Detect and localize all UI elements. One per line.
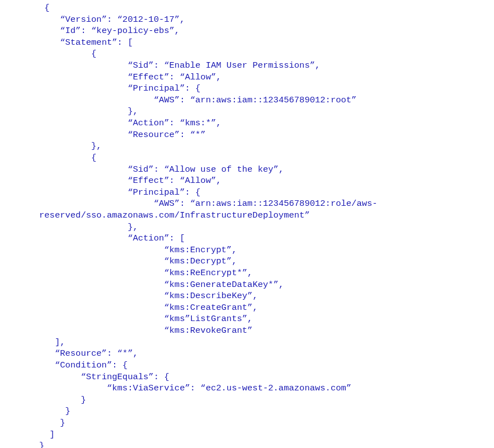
code-line: “kms”ListGrants”, (39, 314, 252, 324)
code-line: } (39, 441, 44, 448)
code-line: } (39, 395, 86, 405)
code-line: “kms:ReEncrypt*”, (39, 268, 252, 278)
code-line: { (39, 49, 96, 59)
code-line: “Condition”: { (39, 360, 128, 370)
code-line: “AWS”: “arn:aws:iam::123456789012:role/a… (39, 199, 378, 220)
code-line: “Principal”: { (39, 83, 200, 93)
code-line: “Effect”: “Allow”, (39, 72, 222, 82)
code-line: “Action”: [ (39, 233, 185, 243)
code-line: “Principal”: { (39, 187, 200, 197)
code-line: “Effect”: “Allow”, (39, 176, 222, 186)
code-line: “Statement”: [ (39, 37, 133, 48)
code-line: “AWS”: “arn:aws:iam::123456789012:root” (39, 95, 356, 105)
code-line: “Sid”: “Enable IAM User Permissions”, (39, 60, 320, 70)
code-line: “Sid”: “Allow use of the key”, (39, 164, 284, 175)
code-line: “Resource”: “*” (39, 130, 206, 140)
code-line: “StringEquals”: { (39, 372, 170, 382)
code-line: “Id”: “key-policy-ebs”, (39, 26, 180, 36)
code-line: { (39, 3, 50, 13)
code-line: “kms:CreateGrant”, (39, 303, 258, 313)
code-line: “Version”: “2012-10-17”, (39, 15, 185, 25)
code-line: } (39, 406, 70, 416)
code-line: “kms:GenerateDataKey*”, (39, 280, 284, 290)
code-line: “Resource”: “*”, (39, 348, 138, 359)
code-line: { (39, 153, 96, 163)
code-line: }, (39, 141, 102, 151)
code-line: “Action”: “kms:*”, (39, 118, 222, 128)
code-line: } (39, 418, 65, 428)
code-line: ], (39, 337, 65, 347)
code-line: “kms:Decrypt”, (39, 256, 237, 266)
code-line: “kms:DescribeKey”, (39, 291, 258, 301)
code-line: “kms:ViaService”: “ec2.us-west-2.amazona… (39, 383, 351, 393)
code-line: “kms:Encrypt”, (39, 245, 237, 255)
code-line: }, (39, 222, 138, 232)
code-line: ] (39, 430, 55, 440)
code-line: “kms:RevokeGrant” (39, 326, 252, 336)
code-line: }, (39, 106, 138, 116)
code-block: { “Version”: “2012-10-17”, “Id”: “key-po… (0, 2, 494, 448)
